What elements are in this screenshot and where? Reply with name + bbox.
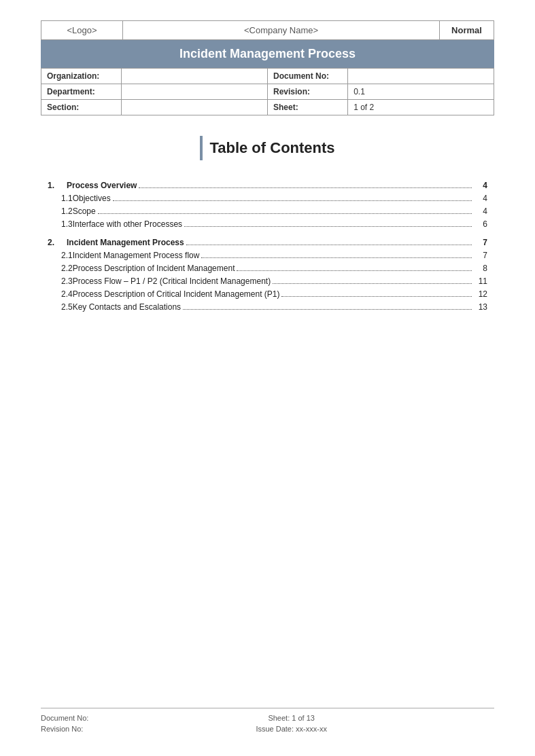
toc-page-1: 4 bbox=[474, 181, 487, 190]
revision-value: 0.1 bbox=[348, 84, 494, 100]
toc-num-1-3: 1.3 bbox=[48, 219, 73, 229]
info-table: Organization: Document No: Department: R… bbox=[41, 68, 494, 115]
toc-page-1-1: 4 bbox=[474, 194, 487, 203]
toc-dots-1-1 bbox=[113, 200, 472, 201]
toc-dots-2-4 bbox=[281, 296, 472, 297]
toc-num-2: 2. bbox=[48, 238, 67, 247]
toc-num-1-2: 1.2 bbox=[48, 206, 73, 216]
dept-value bbox=[122, 84, 268, 100]
revision-label: Revision: bbox=[267, 84, 347, 100]
logo-cell: <Logo> bbox=[41, 21, 123, 40]
toc-page-1-2: 4 bbox=[474, 206, 487, 216]
toc-page-2: 7 bbox=[474, 238, 487, 247]
toc-item-1-1: 1.1 Objectives 4 bbox=[48, 194, 487, 203]
toc-text-1-2: Scope bbox=[73, 206, 96, 216]
toc-page-2-3: 11 bbox=[474, 276, 487, 286]
toc-page-1-3: 6 bbox=[474, 219, 487, 229]
toc-text-2: Incident Management Process bbox=[67, 238, 184, 247]
sheet-value: 1 of 2 bbox=[348, 100, 494, 115]
toc-item-2-3: 2.3 Process Flow – P1 / P2 (Critical Inc… bbox=[48, 276, 487, 286]
toc-page-2-2: 8 bbox=[474, 264, 487, 273]
toc-item-1: 1. Process Overview 4 bbox=[48, 181, 487, 190]
toc-item-2-1: 2.1 Incident Management Process flow 7 bbox=[48, 251, 487, 260]
document-page: <Logo> <Company Name> Normal Incident Ma… bbox=[0, 0, 535, 756]
toc-dots-2-1 bbox=[201, 257, 472, 258]
toc-section: Table of Contents 1. Process Overview 4 … bbox=[41, 136, 494, 312]
toc-num-1-1: 1.1 bbox=[48, 194, 73, 203]
toc-dots-1-3 bbox=[184, 226, 472, 227]
footer-issue-date: Issue Date: xx-xxx-xx bbox=[88, 725, 494, 733]
toc-item-2-4: 2.4 Process Description of Critical Inci… bbox=[48, 289, 487, 299]
toc-item-1-2: 1.2 Scope 4 bbox=[48, 206, 487, 216]
toc-title-bar-accent bbox=[200, 136, 203, 160]
toc-item-2-5: 2.5 Key Contacts and Escalations 13 bbox=[48, 302, 487, 312]
header-table: <Logo> <Company Name> Normal bbox=[41, 20, 494, 40]
toc-item-1-3: 1.3 Interface with other Processes 6 bbox=[48, 219, 487, 229]
toc-dots-2-3 bbox=[273, 283, 472, 284]
footer-docno-label: Document No: bbox=[41, 714, 88, 722]
info-row-3: Section: Sheet: 1 of 2 bbox=[41, 100, 494, 115]
docno-label: Document No: bbox=[267, 69, 347, 84]
toc-num-2-2: 2.2 bbox=[48, 264, 73, 273]
page-footer: Document No: Revision No: Sheet: 1 of 13… bbox=[41, 708, 494, 736]
toc-num-1: 1. bbox=[48, 181, 67, 190]
toc-dots-2 bbox=[186, 245, 472, 245]
footer-divider bbox=[41, 708, 494, 708]
toc-page-2-4: 12 bbox=[474, 289, 487, 299]
footer-content: Document No: Revision No: Sheet: 1 of 13… bbox=[41, 714, 494, 736]
toc-text-2-2: Process Description of Incident Manageme… bbox=[73, 264, 235, 273]
toc-dots-1-2 bbox=[98, 213, 472, 214]
footer-revno-label: Revision No: bbox=[41, 725, 88, 733]
footer-sheet: Sheet: 1 of 13 bbox=[88, 714, 494, 722]
org-label: Organization: bbox=[41, 69, 122, 84]
status-cell: Normal bbox=[440, 21, 494, 40]
org-value bbox=[122, 69, 268, 84]
section-value bbox=[122, 100, 268, 115]
toc-text-1-3: Interface with other Processes bbox=[73, 219, 182, 229]
toc-num-2-1: 2.1 bbox=[48, 251, 73, 260]
company-name-cell: <Company Name> bbox=[123, 21, 440, 40]
docno-value bbox=[348, 69, 494, 84]
toc-page-2-1: 7 bbox=[474, 251, 487, 260]
footer-left: Document No: Revision No: bbox=[41, 714, 88, 736]
toc-page-2-5: 13 bbox=[474, 302, 487, 312]
toc-text-2-4: Process Description of Critical Incident… bbox=[73, 289, 280, 299]
toc-dots-1 bbox=[139, 187, 472, 188]
toc-text-1: Process Overview bbox=[67, 181, 137, 190]
toc-text-2-3: Process Flow – P1 / P2 (Critical Inciden… bbox=[73, 276, 271, 286]
toc-title: Table of Contents bbox=[209, 139, 334, 157]
toc-num-2-3: 2.3 bbox=[48, 276, 73, 286]
toc-item-2: 2. Incident Management Process 7 bbox=[48, 238, 487, 247]
toc-text-1-1: Objectives bbox=[73, 194, 111, 203]
toc-num-2-4: 2.4 bbox=[48, 289, 73, 299]
footer-center: Sheet: 1 of 13 Issue Date: xx-xxx-xx bbox=[88, 714, 494, 736]
toc-dots-2-5 bbox=[183, 309, 472, 310]
info-row-1: Organization: Document No: bbox=[41, 69, 494, 84]
dept-label: Department: bbox=[41, 84, 122, 100]
toc-item-2-2: 2.2 Process Description of Incident Mana… bbox=[48, 264, 487, 273]
document-title: Incident Management Process bbox=[41, 40, 494, 68]
toc-num-2-5: 2.5 bbox=[48, 302, 73, 312]
sheet-label: Sheet: bbox=[267, 100, 347, 115]
toc-text-2-1: Incident Management Process flow bbox=[73, 251, 200, 260]
info-row-2: Department: Revision: 0.1 bbox=[41, 84, 494, 100]
toc-dots-2-2 bbox=[237, 270, 472, 271]
section-label: Section: bbox=[41, 100, 122, 115]
toc-title-container: Table of Contents bbox=[48, 136, 487, 160]
toc-text-2-5: Key Contacts and Escalations bbox=[73, 302, 181, 312]
